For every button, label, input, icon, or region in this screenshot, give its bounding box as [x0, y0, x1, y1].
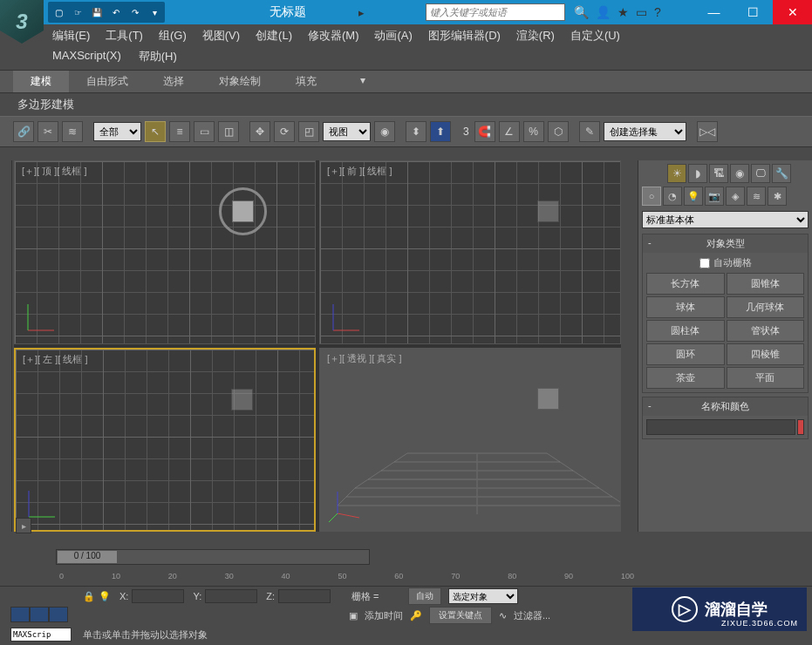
vp-label-top[interactable]: [＋][ 顶 ][ 线框 ] [22, 165, 87, 178]
search-input[interactable] [426, 3, 565, 21]
snap-toggle-icon[interactable]: 🧲 [474, 121, 495, 142]
pivot-icon[interactable]: ◉ [374, 121, 395, 142]
subtab-spacewarps-icon[interactable]: ≋ [747, 187, 766, 206]
link-icon[interactable]: 🔗 [13, 121, 34, 142]
ref-coord-system[interactable]: 视图 [323, 122, 371, 141]
menu-help[interactable]: 帮助(H) [139, 49, 177, 64]
minimize-button[interactable]: — [694, 0, 734, 24]
qat-open[interactable]: ☞ [69, 3, 86, 21]
mirror-icon[interactable]: ▷◁ [697, 121, 718, 142]
x-input[interactable] [132, 589, 184, 603]
viewport-perspective[interactable]: [＋][ 透视 ][ 真实 ] [319, 348, 621, 532]
viewcube-top[interactable] [219, 187, 267, 235]
signin-icon[interactable]: 👤 [596, 5, 611, 19]
obj-geosphere[interactable]: 几何球体 [727, 296, 805, 318]
obj-cylinder[interactable]: 圆柱体 [646, 320, 725, 342]
subtab-lights-icon[interactable]: 💡 [684, 187, 703, 206]
close-button[interactable]: ✕ [773, 0, 812, 24]
keyfilter-select[interactable]: 选定对象 [448, 588, 518, 604]
keyboard-shortcut-icon[interactable]: ⬆ [430, 121, 451, 142]
scale-icon[interactable]: ◰ [298, 121, 319, 142]
y-input[interactable] [205, 589, 257, 603]
move-icon[interactable]: ✥ [249, 121, 270, 142]
favorites-icon[interactable]: ★ [618, 5, 629, 19]
ribbon-tab-populate[interactable]: 填充 [278, 71, 334, 92]
cmd-tab-create[interactable]: ☀ [667, 164, 686, 183]
viewport-left[interactable]: [＋][ 左 ][ 线框 ] [14, 348, 316, 532]
region-rect-icon[interactable]: ▭ [194, 121, 215, 142]
subtab-helpers-icon[interactable]: ◈ [726, 187, 745, 206]
viewport-top[interactable]: [＋][ 顶 ][ 线框 ] [14, 160, 316, 344]
maxscript-listener[interactable] [10, 628, 72, 642]
obj-sphere[interactable]: 球体 [646, 296, 725, 318]
qat-undo[interactable]: ↶ [107, 3, 125, 21]
menu-tools[interactable]: 工具(T) [106, 28, 143, 44]
named-selection-sets[interactable]: 创建选择集 [604, 122, 686, 141]
menu-modifiers[interactable]: 修改器(M) [308, 28, 359, 44]
filters-label[interactable]: 过滤器... [514, 609, 550, 622]
subtab-cameras-icon[interactable]: 📷 [705, 187, 724, 206]
vp-label-left[interactable]: [＋][ 左 ][ 线框 ] [23, 353, 88, 366]
percent-snap-icon[interactable]: % [523, 121, 544, 142]
subtab-systems-icon[interactable]: ✱ [768, 187, 787, 206]
window-crossing-icon[interactable]: ◫ [218, 121, 239, 142]
qat-new[interactable]: ▢ [50, 3, 67, 21]
menu-graph[interactable]: 图形编辑器(D) [428, 28, 501, 44]
qat-more[interactable]: ▾ [146, 3, 163, 21]
key-icon[interactable]: 🔑 [410, 610, 422, 621]
rollout-objtype[interactable]: 对象类型 [643, 234, 808, 253]
obj-pyramid[interactable]: 四棱锥 [727, 343, 805, 365]
qat-save[interactable]: 💾 [88, 3, 106, 21]
unlink-icon[interactable]: ✂ [38, 121, 58, 142]
cmd-tab-hierarchy[interactable]: 🏗 [709, 164, 728, 183]
obj-torus[interactable]: 圆环 [646, 343, 725, 365]
vp-layout-2[interactable] [30, 607, 49, 622]
autokey-button[interactable]: 自动 [408, 587, 441, 605]
ribbon-tab-selection[interactable]: 选择 [146, 71, 201, 92]
menu-group[interactable]: 组(G) [159, 28, 187, 44]
spinner-snap-icon[interactable]: ⬡ [548, 121, 569, 142]
obj-box[interactable]: 长方体 [646, 273, 725, 295]
viewport-front[interactable]: [＋][ 前 ][ 线框 ] [319, 160, 621, 344]
object-name-input[interactable] [646, 419, 795, 435]
vp-label-persp[interactable]: [＋][ 透视 ][ 真实 ] [327, 352, 402, 365]
ribbon-tab-modeling[interactable]: 建模 [13, 71, 69, 92]
obj-plane[interactable]: 平面 [727, 367, 805, 389]
viewcube-front[interactable] [524, 187, 572, 235]
select-by-name-icon[interactable]: ≡ [169, 121, 190, 142]
maximize-button[interactable]: ☐ [734, 0, 773, 24]
vp-layout-1[interactable] [10, 607, 30, 622]
qat-redo[interactable]: ↷ [126, 3, 144, 21]
setkey-button[interactable]: 设置关键点 [429, 607, 492, 624]
select-object-icon[interactable]: ↖ [145, 121, 166, 142]
angle-snap-icon[interactable]: ∠ [499, 121, 520, 142]
ribbon-tab-objectpaint[interactable]: 对象绘制 [201, 71, 278, 92]
time-slider[interactable]: 0 / 100 [56, 549, 370, 565]
menu-animation[interactable]: 动画(A) [374, 28, 412, 44]
menu-customize[interactable]: 自定义(U) [570, 28, 620, 44]
rotate-icon[interactable]: ⟳ [274, 121, 295, 142]
z-input[interactable] [278, 589, 331, 603]
subtab-shapes-icon[interactable]: ◔ [663, 187, 682, 206]
lock-icon[interactable]: 🔒 [83, 591, 95, 602]
obj-cone[interactable]: 圆锥体 [727, 273, 805, 295]
keyfilters-icon[interactable]: ∿ [499, 610, 507, 621]
geometry-category[interactable]: 标准基本体 [642, 211, 809, 228]
rollout-namecolor[interactable]: 名称和颜色 [643, 397, 808, 416]
vp-layout-3[interactable] [49, 607, 68, 622]
subtab-geometry-icon[interactable]: ○ [642, 187, 661, 206]
autogrid-checkbox[interactable] [699, 258, 710, 268]
expand-trackbar-icon[interactable]: ▸ [16, 518, 31, 533]
addtime-icon[interactable]: ▣ [349, 610, 358, 621]
obj-teapot[interactable]: 茶壶 [646, 367, 725, 389]
help-icon[interactable]: ? [654, 5, 661, 19]
menu-rendering[interactable]: 渲染(R) [516, 28, 555, 44]
selection-filter[interactable]: 全部 [93, 122, 141, 141]
cmd-tab-display[interactable]: 🖵 [751, 164, 770, 183]
cmd-tab-utilities[interactable]: 🔧 [772, 164, 791, 183]
ribbon-expand[interactable]: ▾ [343, 71, 383, 92]
menu-views[interactable]: 视图(V) [202, 28, 240, 44]
time-ruler[interactable]: 0 10 20 30 40 50 60 70 80 90 100 [56, 572, 638, 586]
search-icon[interactable]: 🔍 [574, 5, 589, 19]
vp-label-front[interactable]: [＋][ 前 ][ 线框 ] [327, 165, 392, 178]
